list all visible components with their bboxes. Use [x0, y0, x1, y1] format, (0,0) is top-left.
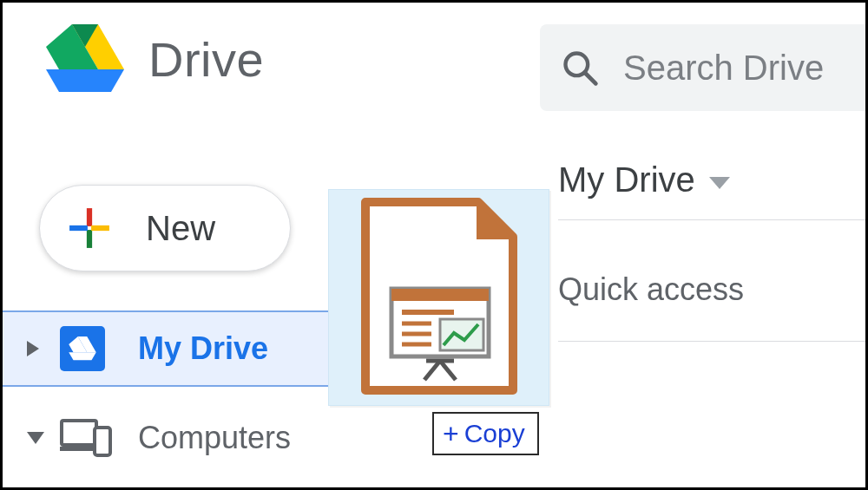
search-icon [561, 49, 599, 87]
plus-icon: + [443, 420, 459, 448]
drive-logo-icon [46, 24, 124, 94]
new-button[interactable]: New [39, 185, 291, 271]
search-box[interactable]: Search Drive [540, 24, 865, 111]
devices-icon [60, 417, 112, 459]
brand[interactable]: Drive [3, 24, 264, 94]
expand-icon[interactable] [27, 341, 39, 356]
divider [558, 219, 865, 220]
sidebar-item-label: My Drive [138, 330, 268, 367]
svg-rect-8 [69, 225, 88, 231]
plus-icon [68, 206, 111, 250]
drive-chip-icon [60, 326, 105, 371]
drop-action-tooltip: + Copy [432, 412, 539, 455]
drop-action-label: Copy [464, 419, 525, 448]
svg-line-5 [585, 73, 596, 84]
sidebar: New My Drive [3, 141, 341, 487]
app-frame: Drive Search Drive New [0, 0, 868, 490]
breadcrumb[interactable]: My Drive [558, 141, 865, 199]
svg-marker-2 [46, 69, 124, 92]
svg-rect-9 [91, 225, 109, 231]
collapse-icon[interactable] [27, 432, 44, 444]
divider [558, 341, 865, 342]
svg-marker-12 [69, 352, 96, 360]
top-bar: Drive Search Drive [3, 3, 865, 115]
search-placeholder: Search Drive [623, 49, 824, 88]
presentation-file-icon [357, 198, 522, 397]
chevron-down-icon [709, 177, 730, 189]
svg-rect-13 [62, 421, 96, 445]
svg-rect-17 [391, 289, 489, 301]
breadcrumb-label: My Drive [558, 160, 695, 199]
dragged-file-tile[interactable] [328, 189, 549, 406]
svg-rect-6 [87, 208, 92, 226]
new-button-label: New [146, 209, 215, 248]
svg-rect-15 [95, 428, 110, 455]
brand-title: Drive [148, 31, 264, 88]
quick-access-heading: Quick access [558, 271, 744, 308]
sidebar-item-label: Computers [138, 420, 291, 456]
svg-rect-7 [87, 230, 92, 248]
